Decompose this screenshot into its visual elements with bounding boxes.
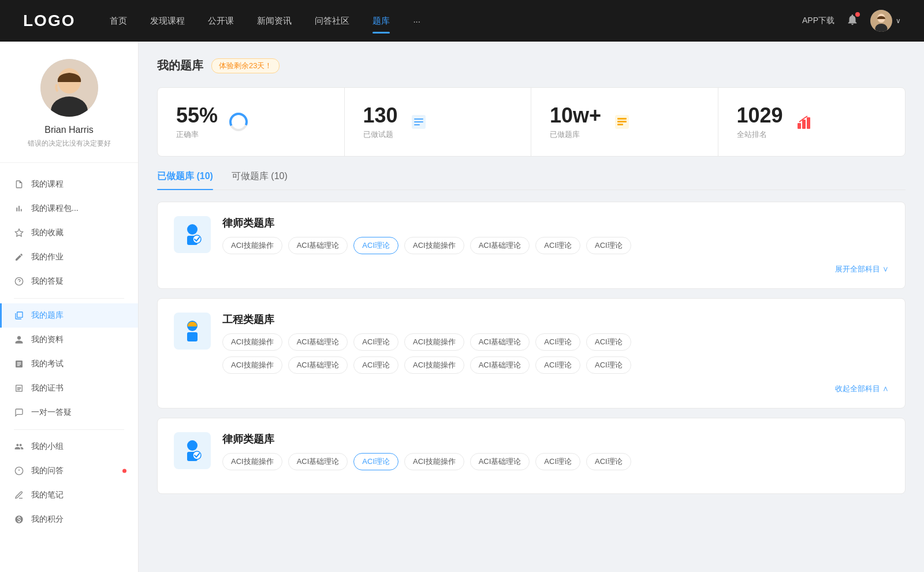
tags-row-1: ACI技能操作 ACI基础理论 ACI理论 ACI技能操作 ACI基础理论 AC… xyxy=(222,237,889,254)
expand-button-2[interactable]: 收起全部科目 ∧ xyxy=(835,384,889,393)
sidebar-item-label: 我的收藏 xyxy=(31,228,64,238)
sidebar-item-my-questions[interactable]: 我的问答 xyxy=(0,459,138,483)
tag-2-9[interactable]: ACI理论 xyxy=(353,356,398,374)
tag-2-0[interactable]: ACI技能操作 xyxy=(222,333,282,351)
sidebar-item-exams[interactable]: 我的考试 xyxy=(0,352,138,376)
bank-card-engineer: 工程类题库 ACI技能操作 ACI基础理论 ACI理论 ACI技能操作 ACI基… xyxy=(157,298,906,408)
bank-card-header-1: 律师类题库 ACI技能操作 ACI基础理论 ACI理论 ACI技能操作 ACI基… xyxy=(174,216,889,254)
tag-2-3[interactable]: ACI技能操作 xyxy=(404,333,464,351)
sidebar-item-group[interactable]: 我的小组 xyxy=(0,434,138,459)
notification-bell[interactable] xyxy=(846,13,859,28)
tags-row-2-row2: ACI技能操作 ACI基础理论 ACI理论 ACI技能操作 ACI基础理论 AC… xyxy=(222,356,889,374)
tag-2-12[interactable]: ACI理论 xyxy=(535,356,580,374)
tag-1-1[interactable]: ACI基础理论 xyxy=(288,237,348,254)
svg-rect-22 xyxy=(798,123,801,129)
nav-discover[interactable]: 发现课程 xyxy=(150,11,185,31)
tag-1-4[interactable]: ACI基础理论 xyxy=(470,237,530,254)
tag-3-6[interactable]: ACI理论 xyxy=(586,453,631,470)
tag-2-2[interactable]: ACI理论 xyxy=(353,333,398,351)
profile-motto: 错误的决定比没有决定要好 xyxy=(12,139,126,148)
svg-rect-23 xyxy=(802,120,806,129)
sidebar-item-question-bank[interactable]: 我的题库 xyxy=(0,303,138,328)
stat-questions-done: 130 已做试题 xyxy=(345,88,532,156)
tag-2-8[interactable]: ACI基础理论 xyxy=(288,356,348,374)
sidebar-item-label: 我的小组 xyxy=(31,441,64,452)
tag-3-1[interactable]: ACI基础理论 xyxy=(288,453,348,470)
file-icon xyxy=(14,179,24,190)
sidebar: Brian Harris 错误的决定比没有决定要好 我的课程 我的课程包... xyxy=(0,42,139,572)
svg-marker-6 xyxy=(15,229,23,236)
sidebar-item-homework[interactable]: 我的作业 xyxy=(0,245,138,269)
bank-card-lawyer-1: 律师类题库 ACI技能操作 ACI基础理论 ACI理论 ACI技能操作 ACI基… xyxy=(157,202,906,289)
tag-3-2[interactable]: ACI理论 xyxy=(353,453,398,470)
stat-value-accuracy: 55% xyxy=(176,104,218,127)
bank-card-header-2: 工程类题库 ACI技能操作 ACI基础理论 ACI理论 ACI技能操作 ACI基… xyxy=(174,313,889,374)
expand-button-1[interactable]: 展开全部科目 ∨ xyxy=(835,265,889,273)
points-icon xyxy=(14,514,24,525)
notification-dot xyxy=(855,12,860,17)
tag-2-10[interactable]: ACI技能操作 xyxy=(404,356,464,374)
tag-2-6[interactable]: ACI理论 xyxy=(586,333,631,351)
logo[interactable]: LOGO xyxy=(23,12,75,30)
user-avatar-menu[interactable]: ∨ xyxy=(870,10,901,32)
list-icon xyxy=(407,110,430,133)
tag-1-6[interactable]: ACI理论 xyxy=(586,237,631,254)
sidebar-item-notes[interactable]: 我的笔记 xyxy=(0,483,138,507)
sidebar-item-favorites[interactable]: 我的收藏 xyxy=(0,221,138,245)
sidebar-item-label: 我的课程 xyxy=(31,179,64,190)
tag-2-5[interactable]: ACI理论 xyxy=(535,333,580,351)
sidebar-item-label: 我的作业 xyxy=(31,252,64,262)
stat-value-questions: 130 xyxy=(363,104,398,127)
tag-1-0[interactable]: ACI技能操作 xyxy=(222,237,282,254)
sidebar-item-my-courses[interactable]: 我的课程 xyxy=(0,172,138,196)
stat-ranking: 1029 全站排名 xyxy=(718,88,906,156)
note-icon xyxy=(14,490,24,500)
tag-3-5[interactable]: ACI理论 xyxy=(535,453,580,470)
chat-icon xyxy=(14,407,24,418)
book-icon xyxy=(610,110,634,133)
bank-card-lawyer-2: 律师类题库 ACI技能操作 ACI基础理论 ACI理论 ACI技能操作 ACI基… xyxy=(157,418,906,494)
profile-name: Brian Harris xyxy=(12,125,126,135)
sidebar-menu: 我的课程 我的课程包... 我的收藏 我的作业 xyxy=(0,163,138,541)
app-download-button[interactable]: APP下载 xyxy=(802,16,834,26)
sidebar-item-certificates[interactable]: 我的证书 xyxy=(0,376,138,400)
tag-3-3[interactable]: ACI技能操作 xyxy=(404,453,464,470)
svg-point-25 xyxy=(187,224,198,235)
avatar xyxy=(870,10,892,32)
nav-qa[interactable]: 问答社区 xyxy=(315,11,349,31)
qa-icon xyxy=(14,466,24,476)
tag-2-4[interactable]: ACI基础理论 xyxy=(470,333,530,351)
bank-name-2: 工程类题库 xyxy=(222,313,889,326)
tag-3-0[interactable]: ACI技能操作 xyxy=(222,453,282,470)
tag-1-3[interactable]: ACI技能操作 xyxy=(404,237,464,254)
sidebar-item-my-qa[interactable]: 我的答疑 xyxy=(0,269,138,294)
question-icon xyxy=(14,276,24,287)
tag-1-5[interactable]: ACI理论 xyxy=(535,237,580,254)
nav-home[interactable]: 首页 xyxy=(110,11,127,31)
cert-icon xyxy=(14,383,24,393)
tag-3-4[interactable]: ACI基础理论 xyxy=(470,453,530,470)
tag-2-11[interactable]: ACI基础理论 xyxy=(470,356,530,374)
sidebar-item-label: 我的考试 xyxy=(31,359,64,369)
tab-available-banks[interactable]: 可做题库 (10) xyxy=(232,170,288,190)
tag-2-7[interactable]: ACI技能操作 xyxy=(222,356,282,374)
sidebar-item-one-on-one[interactable]: 一对一答疑 xyxy=(0,400,138,425)
tab-done-banks[interactable]: 已做题库 (10) xyxy=(157,170,213,190)
tag-2-1[interactable]: ACI基础理论 xyxy=(288,333,348,351)
nav-open-course[interactable]: 公开课 xyxy=(208,11,234,31)
nav-news[interactable]: 新闻资讯 xyxy=(257,11,292,31)
main-nav: 首页 发现课程 公开课 新闻资讯 问答社区 题库 ··· xyxy=(110,11,802,31)
tags-row-3: ACI技能操作 ACI基础理论 ACI理论 ACI技能操作 ACI基础理论 AC… xyxy=(222,453,889,470)
sidebar-item-label: 我的证书 xyxy=(31,383,64,393)
stat-label-ranking: 全站排名 xyxy=(737,129,783,140)
divider-2 xyxy=(14,429,124,430)
sidebar-item-profile[interactable]: 我的资料 xyxy=(0,328,138,352)
sidebar-item-label: 我的笔记 xyxy=(31,490,64,500)
tag-1-2[interactable]: ACI理论 xyxy=(353,237,398,254)
nav-more[interactable]: ··· xyxy=(413,12,420,31)
sidebar-item-points[interactable]: 我的积分 xyxy=(0,507,138,532)
svg-rect-29 xyxy=(187,332,198,341)
tag-2-13[interactable]: ACI理论 xyxy=(586,356,631,374)
nav-question-bank[interactable]: 题库 xyxy=(372,11,390,31)
sidebar-item-course-pack[interactable]: 我的课程包... xyxy=(0,196,138,221)
